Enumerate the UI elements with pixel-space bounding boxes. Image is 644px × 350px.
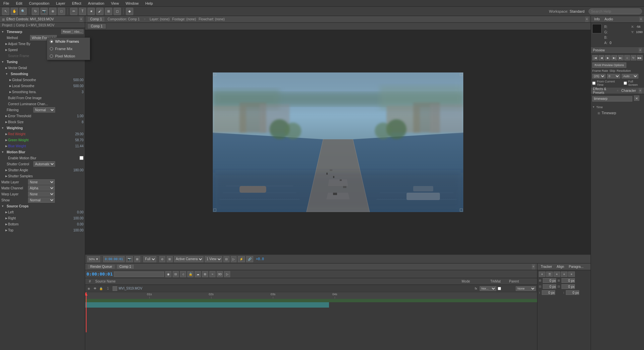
effects-search-clear[interactable]: × [634,96,639,101]
indent-input-5[interactable] [542,290,555,295]
ec-reset-btn[interactable]: Reset [61,29,72,34]
tl-comp-btn[interactable]: ⊞ [202,271,208,277]
menu-file[interactable]: File [2,1,11,5]
indent-input-6[interactable] [566,290,579,295]
ec-vector-tri[interactable]: ▶ [5,66,8,69]
ec-ls-tri[interactable]: ▶ [9,84,12,88]
layer-bar-teal[interactable] [85,302,329,308]
ec-bw-tri[interactable]: ▶ [5,145,8,148]
dropdown-item-frame-mix[interactable]: Frame Mix [47,45,90,52]
ec-gw-tri[interactable]: ▶ [5,139,8,142]
dropdown-item-pixel-motion[interactable]: Pixel Motion [47,52,90,60]
menu-animation[interactable]: Animation [87,1,106,5]
ec-rw-tri[interactable]: ▶ [5,133,8,136]
puppet-tool[interactable]: ◆ [126,8,133,15]
eraser-tool[interactable]: ◻ [114,8,121,15]
magnification-dropdown[interactable]: 50% ▼ [87,256,100,262]
tl-motion-blur-btn[interactable]: ≈ [209,271,215,277]
tl-lock-btn[interactable]: 🔒 [187,271,193,277]
ec-ss-tri[interactable]: ▶ [5,175,8,178]
camera-dropdown[interactable]: Active Camera [174,256,203,262]
indent-input-1[interactable] [543,278,556,283]
comp-1-timeline-tab[interactable]: Comp 1 [117,264,134,269]
view-dropdown[interactable]: 1 View [205,256,222,262]
ram-preview-btn[interactable]: RAM Preview Options [592,62,626,68]
preview-close[interactable]: ≡ [639,48,642,53]
resolution-dropdown[interactable]: Auto [622,74,638,78]
zoom-tool[interactable]: 🔍 [19,8,27,15]
from-current-checkbox[interactable] [592,81,596,85]
tracker-tab[interactable]: Tracker [539,264,554,269]
paint-tool[interactable]: 🖌 [96,8,104,15]
ec-bs-tri[interactable]: ▶ [5,121,8,124]
ec-weight-tri[interactable]: ▼ [1,127,4,130]
full-screen-checkbox[interactable] [624,81,627,85]
camera-tool[interactable]: 📷 [40,8,48,15]
prev-frame-btn[interactable]: ◀ [599,55,604,60]
paragraph-tab[interactable]: Paragra... [567,264,586,269]
tl-draft-btn[interactable]: ⊟ [173,271,179,277]
ec-left-tri[interactable]: ▶ [5,211,8,214]
timeline-link-btn[interactable]: 🔗 [246,256,253,262]
ec-si-tri[interactable]: ▶ [9,91,12,94]
align-right-btn[interactable]: ≡ [553,272,560,277]
dropdown-item-whole-frames[interactable]: Whole Frames [47,38,90,45]
ec-bottom-tri[interactable]: ▶ [5,223,8,226]
effects-search-input[interactable] [592,96,632,102]
menu-window[interactable]: Window [124,1,140,5]
timecode-display[interactable]: 0:00:00:01 [103,256,125,262]
tl-solo-btn[interactable]: ◉ [165,271,171,277]
anchor-tool[interactable]: ⊕ [49,8,56,15]
ec-triangle[interactable]: ▼ [1,30,4,33]
view-options-btn[interactable]: ⊟ [223,256,229,262]
effects-tab-label[interactable]: Effects & Presets [593,87,614,95]
ec-smooth-tri[interactable]: ▼ [5,72,8,75]
character-tab-label[interactable]: Character [621,89,636,93]
fast-preview-btn[interactable]: ⚡ [238,256,245,262]
ec-sa-tri[interactable]: ▶ [5,169,8,172]
trimat-checkbox[interactable] [498,287,501,290]
preview-tab-label[interactable]: Preview [593,48,605,52]
layer-lock[interactable]: 🔒 [99,286,103,291]
timeline-search[interactable] [114,272,164,277]
stamp-tool[interactable]: ⊞ [105,8,112,15]
playhead-line[interactable] [86,292,87,332]
effects-close[interactable]: ≡ [639,88,642,94]
next-frame-btn[interactable]: ▶| [611,55,617,60]
align-justify-btn[interactable]: ≡ [561,272,568,277]
transparency-btn[interactable]: ⊘ [159,256,165,262]
shape-tool[interactable]: ★ [88,8,95,15]
type-tool[interactable]: T [79,8,86,15]
tl-mute-btn[interactable]: ♫ [180,271,186,277]
ec-speed-tri[interactable]: ▶ [5,48,8,51]
align-center-btn[interactable]: ☰ [546,272,553,277]
indent-input-3[interactable] [543,284,556,289]
audio-tab[interactable]: Audio [603,17,615,22]
frame-rate-dropdown[interactable]: (25) [592,74,606,78]
ec-matte-channel-dropdown[interactable]: Alpha [28,185,55,191]
audio-btn[interactable]: ♫ [624,55,630,60]
ec-about-btn[interactable]: Abo... [72,29,84,34]
menu-help[interactable]: Help [144,1,154,5]
layer-solo[interactable]: ◉ [87,286,91,291]
menu-edit[interactable]: Edit [15,1,24,5]
layer-parent-dropdown[interactable]: None [516,286,536,291]
layer-name[interactable]: MVI_5919.MOV [119,287,472,290]
tl-draft-3d-btn[interactable]: 3D [217,271,223,277]
selection-tool[interactable]: ↖ [2,8,9,15]
mask-tool[interactable]: □ [58,8,65,15]
ec-et-tri[interactable]: ▶ [5,115,8,118]
snapshot-btn[interactable]: 📷 [126,256,133,262]
ec-enable-mb-checkbox[interactable] [79,156,84,160]
resolution-dropdown[interactable]: Full [143,256,156,262]
align-tab[interactable]: Align [555,264,566,269]
timeline-tracks[interactable] [85,299,537,350]
menu-composition[interactable]: Composition [28,1,51,5]
tl-shy-btn[interactable]: ☁ [195,271,201,277]
comp-collapse-btn[interactable]: ≡ [585,17,589,22]
info-tab[interactable]: Info [592,17,602,22]
pen-tool[interactable]: ✏ [70,8,77,15]
ec-mb-tri[interactable]: ▼ [1,151,4,154]
rotate-tool[interactable]: ↻ [32,8,39,15]
ec-show-dropdown[interactable]: Normal [28,197,55,203]
